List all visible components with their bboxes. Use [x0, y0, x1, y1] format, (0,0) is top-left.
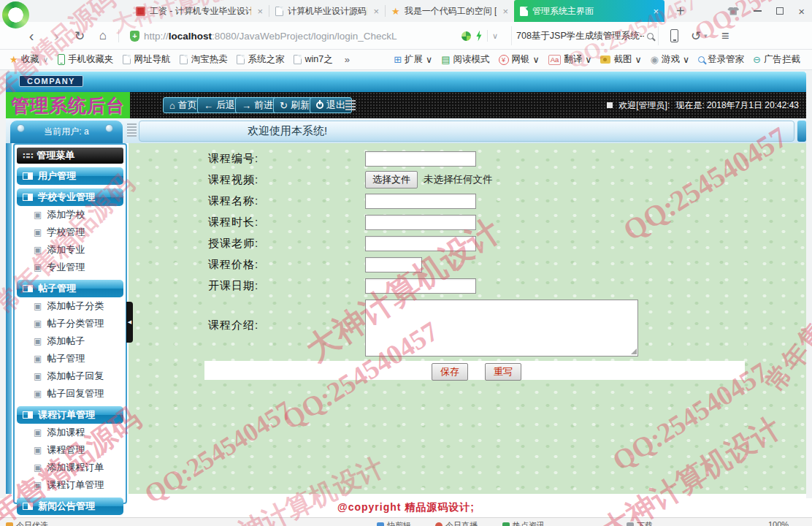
refresh-icon[interactable]: ↻: [70, 22, 89, 50]
close-window-icon[interactable]: ×: [798, 6, 805, 17]
status-download[interactable]: 下载: [627, 520, 653, 526]
search-icon[interactable]: [647, 33, 654, 39]
sidebar-group-school[interactable]: 学校专业管理: [17, 188, 123, 206]
sidebar-item-manage-post-category[interactable]: ▣帖子分类管理: [16, 315, 124, 332]
tab-1[interactable]: 工资 - 计算机专业毕业设计源 ×: [130, 0, 269, 22]
screen: 工资 - 计算机专业毕业设计源 × 计算机毕业设计源码网-计算机 × ★ 我是一…: [0, 0, 812, 526]
status-news-tool[interactable]: 热点资讯: [502, 520, 545, 526]
bookmark-win7[interactable]: win7之: [294, 53, 332, 66]
sidebar-group-posts[interactable]: 帖子管理: [17, 280, 123, 297]
browser-logo-icon[interactable]: [2, 1, 29, 28]
browser-menu-icon[interactable]: ≡: [721, 22, 729, 50]
chevron-down-icon: ∨: [585, 54, 591, 65]
sidebar-item-manage-school[interactable]: ▣学校管理: [16, 224, 124, 241]
item-label: 添加课程订单: [47, 461, 104, 474]
sidebar-item-add-major[interactable]: ▣添加专业: [16, 241, 124, 259]
sidebar-item-manage-course-order[interactable]: ▣课程订单管理: [16, 476, 124, 494]
back-icon[interactable]: ‹: [22, 22, 41, 50]
status-left[interactable]: 今日优选: [6, 520, 48, 526]
tool-label: 登录管家: [708, 53, 744, 66]
status-live-tool[interactable]: 今日直播: [435, 520, 478, 526]
status-zoom-level[interactable]: 100%: [768, 520, 789, 526]
tool-screenshot[interactable]: 截图∨: [600, 53, 641, 66]
search-input[interactable]: [516, 31, 644, 41]
bookmark-favorites[interactable]: ★收藏∨: [9, 53, 48, 66]
subitem-icon: ▣: [34, 481, 42, 489]
maximize-icon[interactable]: [776, 7, 784, 15]
tab4-close-icon[interactable]: ×: [653, 6, 659, 17]
refresh-icon: ↻: [280, 101, 288, 110]
tool-translate[interactable]: Aa翻译∨: [548, 53, 592, 66]
bookmark-taobao[interactable]: 淘宝热卖: [180, 53, 227, 66]
sidebar-item-add-post[interactable]: ▣添加帖子: [16, 332, 124, 350]
course-id-input[interactable]: [365, 151, 476, 167]
sidebar-item-add-course[interactable]: ▣添加课程: [16, 424, 124, 441]
forward-icon[interactable]: ›: [47, 22, 66, 50]
choose-file-button[interactable]: 选择文件: [365, 171, 418, 188]
subitem-icon: ▣: [34, 372, 42, 381]
speed-mode-icon[interactable]: [461, 31, 471, 41]
tab2-close-icon[interactable]: ×: [373, 6, 379, 17]
phone-sync-icon[interactable]: [670, 29, 678, 42]
sidebar-group-course-orders[interactable]: 课程订单管理: [17, 406, 123, 424]
tab1-close-icon[interactable]: ×: [257, 6, 263, 17]
file-status-text: 未选择任何文件: [424, 173, 493, 186]
tab-3[interactable]: ★ 我是一个代码工的空间 [http:// ×: [386, 0, 514, 22]
save-button[interactable]: 保存: [432, 363, 468, 381]
sidebar-item-add-post-reply[interactable]: ▣添加帖子回复: [16, 367, 124, 385]
window-icon: [23, 172, 33, 180]
bookmark-system[interactable]: 系统之家: [237, 53, 284, 66]
sidebar-item-add-school[interactable]: ▣添加学校: [16, 206, 124, 224]
item-label: 添加帖子分类: [47, 300, 104, 313]
history-undo-icon[interactable]: ↺: [691, 22, 701, 50]
tool-adblock[interactable]: ⊖广告拦截: [753, 53, 800, 66]
bookmark-nav[interactable]: 网址导航: [123, 53, 170, 66]
welcome-info: 欢迎[管理员]: 现在是: 2018年7月1日 20:42:43: [607, 92, 799, 118]
url-dropdown-icon[interactable]: ∨: [492, 31, 498, 41]
start-date-input[interactable]: [365, 278, 476, 294]
sidebar-item-manage-course[interactable]: ▣课程管理: [16, 441, 124, 459]
sidebar-item-add-post-category[interactable]: ▣添加帖子分类: [16, 297, 124, 315]
url-text[interactable]: http://localhost:8080/JavaWebProject/log…: [144, 31, 457, 42]
course-duration-input[interactable]: [365, 215, 476, 230]
minimize-icon[interactable]: [754, 10, 762, 12]
tab3-close-icon[interactable]: ×: [502, 6, 508, 17]
sidebar-item-manage-post-reply[interactable]: ▣帖子回复管理: [16, 385, 124, 403]
bookmark-label: 系统之家: [248, 53, 284, 66]
lightning-icon[interactable]: [475, 31, 483, 42]
home-icon: ⌂: [169, 101, 175, 110]
undo-caret-icon[interactable]: ▾: [704, 22, 708, 50]
bookmark-label: win7之: [304, 53, 332, 66]
price-input[interactable]: [365, 257, 422, 272]
tool-banking[interactable]: ¥网银∨: [499, 53, 540, 66]
tab-4-active[interactable]: 管理系统主界面 ×: [514, 0, 664, 22]
tool-reader[interactable]: ▤阅读模式: [441, 53, 489, 66]
rewrite-button[interactable]: 重写: [485, 363, 521, 381]
sidebar-item-manage-post[interactable]: ▣帖子管理: [16, 350, 124, 367]
url-field[interactable]: http://localhost:8080/JavaWebProject/log…: [126, 25, 502, 47]
page-left-border: [6, 143, 12, 494]
sidebar-group-users[interactable]: 用户管理: [17, 167, 123, 185]
sidebar-group-news[interactable]: 新闻公告管理: [17, 498, 123, 515]
sidebar-item-manage-major[interactable]: ▣专业管理: [16, 259, 124, 276]
course-name-input[interactable]: [365, 194, 476, 209]
bookmarks-overflow-icon[interactable]: »: [345, 54, 350, 65]
bookmark-mobile[interactable]: 手机收藏夹: [58, 53, 114, 66]
status-label: 今日直播: [445, 520, 478, 526]
search-box: [511, 26, 659, 45]
home-icon[interactable]: ⌂: [93, 22, 112, 50]
tool-games[interactable]: ◉游戏∨: [651, 53, 690, 66]
teacher-input[interactable]: [365, 236, 476, 251]
sidebar-collapse-handle[interactable]: ◀: [126, 302, 133, 343]
resize-grip-icon[interactable]: [631, 348, 637, 354]
tab-2[interactable]: 计算机毕业设计源码网-计算机 ×: [269, 0, 385, 22]
subitem-icon: ▣: [34, 319, 42, 328]
skin-theme-icon[interactable]: [727, 7, 739, 15]
intro-textarea[interactable]: [365, 300, 638, 357]
new-tab-button[interactable]: +: [676, 3, 685, 20]
address-bar: ‹ › ↻ ⌂ http://localhost:8080/JavaWebPro…: [0, 22, 812, 50]
sidebar-item-add-course-order[interactable]: ▣添加课程订单: [16, 459, 124, 476]
tool-extensions[interactable]: ⊞扩展∨: [394, 53, 432, 66]
tool-password[interactable]: 登录管家: [698, 53, 744, 66]
status-clip-tool[interactable]: 快剪辑: [377, 520, 411, 526]
